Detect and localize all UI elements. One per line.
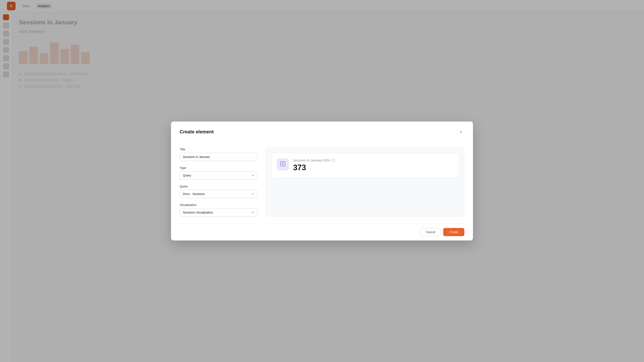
preview-icon-wrapper — [277, 158, 289, 170]
modal-title: Create element — [180, 129, 214, 135]
query-label: Query — [180, 185, 257, 188]
query-field-group: Query Docs - Sessions Docs - Pageviews S… — [180, 185, 257, 198]
visualization-select[interactable]: Sessions Visualization Bar Chart Line Ch… — [180, 208, 257, 217]
preview-icon — [280, 161, 286, 168]
svg-rect-0 — [280, 162, 285, 166]
preview-title-text: Sessions in January 2024 — [293, 158, 330, 162]
preview-panel: Sessions in January 2024 i 373 — [266, 148, 464, 217]
create-element-modal: Create element × Title Type Query Me — [171, 121, 473, 241]
visualization-label: Visualization — [180, 203, 257, 207]
preview-card-title: Sessions in January 2024 i — [293, 158, 335, 162]
type-select[interactable]: Query Metric Chart Table — [180, 171, 257, 179]
cancel-button[interactable]: Cancel — [420, 228, 440, 236]
modal-body: Title Type Query Metric Chart Table Quer… — [171, 141, 473, 223]
title-label: Title — [180, 148, 257, 151]
preview-value: 373 — [293, 163, 335, 172]
query-select[interactable]: Docs - Sessions Docs - Pageviews Session… — [180, 190, 257, 198]
create-button[interactable]: Create — [443, 228, 464, 236]
preview-card: Sessions in January 2024 i 373 — [271, 153, 459, 178]
visualization-field-group: Visualization Sessions Visualization Bar… — [180, 203, 257, 217]
close-button[interactable]: × — [458, 128, 464, 135]
modal-footer: Cancel Create — [171, 223, 473, 241]
preview-content: Sessions in January 2024 i 373 — [293, 158, 335, 172]
title-input[interactable] — [180, 153, 257, 161]
modal-header: Create element × — [171, 121, 473, 141]
title-field-group: Title — [180, 148, 257, 161]
modal-overlay: Create element × Title Type Query Me — [0, 0, 644, 362]
type-label: Type — [180, 166, 257, 170]
form-panel: Title Type Query Metric Chart Table Quer… — [180, 148, 257, 217]
info-icon[interactable]: i — [332, 159, 335, 162]
type-field-group: Type Query Metric Chart Table — [180, 166, 257, 179]
